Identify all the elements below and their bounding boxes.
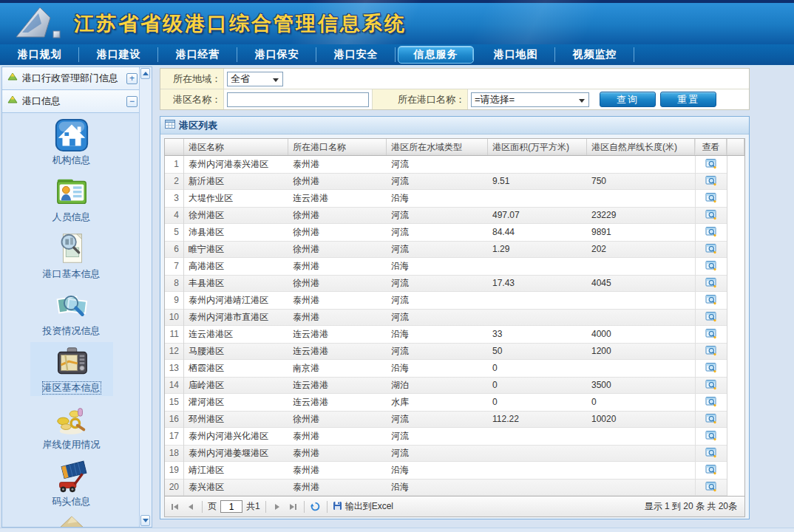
page-number-input[interactable] — [220, 500, 242, 513]
sidebar-group-0[interactable]: 港口行政管理部门信息+ — [2, 67, 140, 90]
nav-tab-6[interactable]: 港口地图 — [476, 44, 555, 65]
sidebar-item-人员信息[interactable]: 人员信息 — [2, 171, 140, 228]
district-name-input[interactable] — [227, 92, 369, 107]
sidebar-group-1[interactable]: 港口信息− — [2, 90, 140, 113]
expand-icon[interactable]: + — [126, 73, 138, 84]
last-page-button[interactable] — [287, 501, 299, 513]
column-header[interactable]: 港区自然岸线长度(米) — [587, 139, 695, 155]
view-button[interactable] — [705, 311, 718, 324]
row-number: 15 — [165, 394, 184, 411]
region-select[interactable]: 全省 — [227, 72, 283, 86]
sidebar-item-label: 机构信息 — [52, 154, 91, 166]
prev-page-button[interactable] — [185, 501, 197, 513]
refresh-button[interactable] — [310, 501, 322, 513]
sidebar-item-港区基本信息[interactable]: 港区基本信息 — [2, 342, 140, 399]
nav-tab-label: 港口安全 — [334, 48, 379, 61]
table-row[interactable]: 8丰县港区徐州港河流17.434045 — [165, 275, 744, 292]
view-button[interactable] — [705, 345, 718, 358]
view-button[interactable] — [705, 209, 718, 222]
scroll-down-icon[interactable] — [140, 515, 150, 526]
sidebar-scrollbar[interactable] — [139, 67, 152, 527]
cell-shoreline-length — [587, 360, 695, 377]
reset-button[interactable]: 重置 — [660, 92, 716, 107]
view-button[interactable] — [705, 430, 718, 443]
cell-water-type: 河流 — [387, 156, 488, 173]
sidebar-item-投资情况信息[interactable]: 投资情况信息 — [2, 285, 140, 342]
query-button[interactable]: 查询 — [600, 92, 656, 107]
sidebar-item-码头信息[interactable]: 码头信息 — [2, 456, 140, 513]
table-row[interactable]: 14庙岭港区连云港港湖泊03500 — [165, 377, 744, 394]
table-row[interactable]: 19靖江港区泰州港沿海 — [165, 462, 744, 479]
row-number: 8 — [165, 275, 184, 292]
nav-tab-3[interactable]: 港口保安 — [237, 44, 316, 65]
view-button[interactable] — [705, 362, 718, 375]
table-row[interactable]: 16邳州港区徐州港河流112.2210020 — [165, 411, 744, 428]
table-row[interactable]: 4徐州港区徐州港河流497.0723229 — [165, 207, 744, 224]
cell-water-type: 水库 — [387, 394, 488, 411]
table-row[interactable]: 12马腰港区连云港港河流501200 — [165, 343, 744, 360]
table-row[interactable]: 20泰兴港区泰州港沿海 — [165, 479, 744, 496]
nav-tab-2[interactable]: 港口经营 — [158, 44, 237, 65]
cell-view — [695, 428, 727, 445]
table-row[interactable]: 18泰州内河港姜堰港区泰州港河流 — [165, 445, 744, 462]
preview-icon — [705, 446, 717, 460]
table-row[interactable]: 7高港港区泰州港沿海 — [165, 258, 744, 275]
view-button[interactable] — [705, 379, 718, 392]
view-button[interactable] — [705, 294, 718, 307]
cell-area: 17.43 — [488, 275, 587, 292]
cell-filler — [727, 377, 744, 394]
row-number: 2 — [165, 173, 184, 190]
view-button[interactable] — [705, 192, 718, 205]
view-button[interactable] — [705, 413, 718, 426]
table-row[interactable]: 5沛县港区徐州港河流84.449891 — [165, 224, 744, 241]
nav-tab-4[interactable]: 港口安全 — [316, 44, 396, 65]
sidebar-item-港口基本信息[interactable]: 港口基本信息 — [2, 228, 140, 285]
table-row[interactable]: 10泰州内河港市直港区泰州港河流 — [165, 309, 744, 326]
export-excel-button[interactable]: 输出到Excel — [333, 500, 393, 513]
table-row[interactable]: 17泰州内河港兴化港区泰州港河流 — [165, 428, 744, 445]
nav-tab-7[interactable]: 视频监控 — [555, 44, 634, 65]
table-row[interactable]: 11连云港港区连云港港沿海334000 — [165, 326, 744, 343]
first-page-button[interactable] — [169, 501, 181, 513]
table-row[interactable]: 9泰州内河港靖江港区泰州港河流 — [165, 292, 744, 309]
table-row[interactable]: 3大堤作业区连云港港沿海 — [165, 190, 744, 207]
view-button[interactable] — [705, 447, 718, 460]
next-page-button[interactable] — [271, 501, 283, 513]
cell-view — [695, 445, 727, 462]
table-row[interactable]: 6睢宁港区徐州港河流1.29202 — [165, 241, 744, 258]
cell-filler — [727, 156, 744, 173]
port-name-select[interactable]: =请选择= — [471, 92, 589, 107]
sidebar-item-partial[interactable] — [2, 513, 140, 528]
column-header[interactable]: 查看 — [695, 139, 727, 155]
sidebar-item-机构信息[interactable]: 机构信息 — [2, 115, 140, 171]
table-row[interactable]: 13栖霞港区南京港沿海0 — [165, 360, 744, 377]
view-button[interactable] — [705, 277, 718, 290]
column-header[interactable]: 港区名称 — [184, 139, 288, 155]
view-button[interactable] — [705, 464, 718, 477]
scroll-up-icon[interactable] — [140, 68, 150, 79]
view-button[interactable] — [705, 396, 718, 409]
view-button[interactable] — [705, 175, 718, 188]
table-row[interactable]: 1泰州内河港泰兴港区泰州港河流 — [165, 156, 744, 173]
sidebar-item-label: 码头信息 — [52, 496, 91, 508]
view-button[interactable] — [705, 260, 718, 273]
nav-tab-1[interactable]: 港口建设 — [79, 44, 158, 65]
table-row[interactable]: 2新沂港区徐州港河流9.51750 — [165, 173, 744, 190]
view-button[interactable] — [705, 328, 718, 341]
view-button[interactable] — [705, 243, 718, 256]
collapse-icon[interactable]: − — [126, 96, 138, 107]
sidebar-item-岸线使用情况[interactable]: 岸线使用情况 — [2, 399, 140, 456]
column-header[interactable]: 港区所在水域类型 — [387, 139, 488, 155]
column-header[interactable]: 所在港口名称 — [288, 139, 387, 155]
districts-table: 港区名称所在港口名称港区所在水域类型港区面积(万平方米)港区自然岸线长度(米)查… — [164, 138, 745, 497]
filter-row-region: 所在地域： 全省 — [160, 69, 749, 89]
view-button[interactable] — [705, 158, 718, 171]
document-magnifier-icon — [51, 230, 92, 268]
view-button[interactable] — [705, 481, 718, 494]
column-header[interactable]: 港区面积(万平方米) — [488, 139, 587, 155]
nav-tab-0[interactable]: 港口规划 — [0, 44, 79, 65]
table-row[interactable]: 15灌河港区连云港港水库00 — [165, 394, 744, 411]
row-number: 9 — [165, 292, 184, 309]
view-button[interactable] — [705, 226, 718, 239]
nav-tab-5[interactable]: 信息服务 — [398, 46, 474, 64]
